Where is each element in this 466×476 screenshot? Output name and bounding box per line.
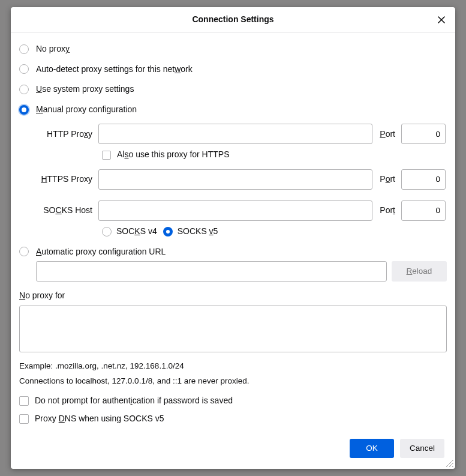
https-proxy-port-input[interactable] [401, 169, 446, 190]
radio-auto-detect[interactable] [19, 64, 29, 74]
label-socks-v4: SOCKS v4 [116, 226, 157, 238]
radio-system-proxy[interactable] [19, 85, 29, 94]
option-system-proxy[interactable]: Use system proxy settings [19, 83, 447, 95]
http-proxy-row: HTTP Proxy Port [36, 124, 446, 144]
reload-button[interactable]: Reload [392, 261, 447, 282]
dialog-footer: OK Cancel [11, 436, 455, 469]
socks-host-input[interactable] [98, 200, 372, 221]
proxy-dns-checkbox[interactable] [19, 414, 29, 424]
https-proxy-row: HTTPS Proxy Port [36, 169, 446, 190]
option-no-proxy[interactable]: No proxy [19, 43, 447, 55]
socks-host-row: SOCKS Host Port [36, 200, 446, 221]
radio-manual-proxy[interactable] [19, 105, 29, 115]
socks-version-row: SOCKS v4 SOCKS v5 [102, 226, 446, 238]
auth-label: Do not prompt for authentication if pass… [35, 395, 233, 407]
label-manual-proxy: Manual proxy configuration [36, 104, 137, 116]
close-icon [437, 15, 446, 25]
pac-url-row: Reload [36, 261, 447, 282]
proxy-dns-checkbox-row[interactable]: Proxy DNS when using SOCKS v5 [19, 413, 447, 425]
label-no-proxy: No proxy [36, 43, 70, 55]
socks-port-label: Port [375, 205, 399, 217]
localhost-note: Connections to localhost, 127.0.0.1/8, a… [19, 376, 447, 387]
radio-no-proxy[interactable] [19, 44, 29, 54]
auth-checkbox[interactable] [19, 396, 29, 406]
https-proxy-host-input[interactable] [98, 169, 372, 190]
connection-settings-dialog: Connection Settings No proxy Auto-detect… [11, 7, 455, 469]
no-proxy-for-textarea[interactable] [19, 306, 447, 352]
http-proxy-port-input[interactable] [401, 124, 446, 144]
radio-socks-v4[interactable] [102, 227, 112, 236]
label-socks-v5: SOCKS v5 [178, 226, 218, 238]
pac-url-input[interactable] [36, 261, 387, 282]
option-manual-proxy[interactable]: Manual proxy configuration [19, 104, 447, 116]
http-port-label: Port [375, 128, 399, 140]
ok-button[interactable]: OK [350, 439, 394, 458]
http-proxy-label: HTTP Proxy [36, 128, 96, 140]
resize-grip-icon [446, 459, 454, 468]
dialog-title: Connection Settings [192, 14, 273, 26]
dialog-body[interactable]: No proxy Auto-detect proxy settings for … [11, 32, 455, 436]
socks-host-label: SOCKS Host [36, 205, 96, 217]
close-button[interactable] [432, 11, 450, 29]
radio-pac[interactable] [19, 247, 29, 256]
label-auto-detect: Auto-detect proxy settings for this netw… [36, 64, 193, 76]
https-proxy-label: HTTPS Proxy [36, 173, 96, 185]
manual-proxy-group: HTTP Proxy Port Also use this proxy for … [36, 124, 447, 237]
option-pac[interactable]: Automatic proxy configuration URL [19, 246, 447, 258]
label-pac: Automatic proxy configuration URL [36, 246, 166, 258]
proxy-dns-label: Proxy DNS when using SOCKS v5 [35, 413, 164, 425]
http-proxy-host-input[interactable] [98, 124, 372, 144]
titlebar: Connection Settings [11, 7, 455, 32]
radio-socks-v5[interactable] [163, 227, 173, 236]
socks-v5-option[interactable]: SOCKS v5 [163, 226, 218, 238]
socks-v4-option[interactable]: SOCKS v4 [102, 226, 157, 238]
option-auto-detect[interactable]: Auto-detect proxy settings for this netw… [19, 64, 447, 76]
no-proxy-example: Example: .mozilla.org, .net.nz, 192.168.… [19, 361, 447, 372]
socks-port-input[interactable] [401, 200, 446, 221]
cancel-button[interactable]: Cancel [400, 439, 444, 458]
also-https-checkbox[interactable] [102, 151, 111, 160]
auth-checkbox-row[interactable]: Do not prompt for authentication if pass… [19, 395, 447, 407]
https-port-label: Port [375, 173, 399, 185]
also-https-label: Also use this proxy for HTTPS [117, 149, 230, 161]
no-proxy-for-label: No proxy for [19, 290, 447, 302]
resize-handle[interactable] [446, 459, 454, 468]
label-system-proxy: Use system proxy settings [36, 83, 134, 95]
also-https-row[interactable]: Also use this proxy for HTTPS [102, 149, 446, 161]
